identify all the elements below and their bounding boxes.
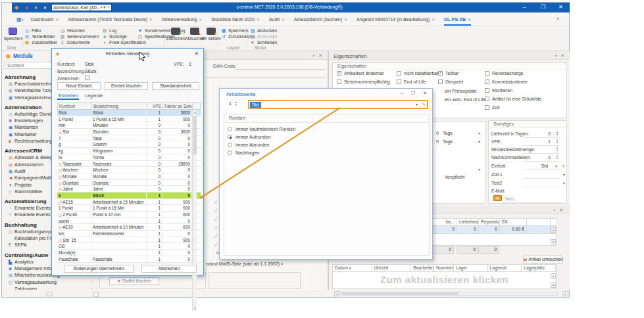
save-button[interactable]: Speichern [4, 28, 21, 41]
checkbox-artikel-ist-eine-stückliste[interactable]: Artikel ist eine Stückliste [485, 97, 541, 101]
kurztext-value[interactable]: Stck [85, 62, 94, 66]
scroll-corner[interactable] [93, 292, 99, 297]
field-mindestbestellmenge[interactable]: Mindestbestellmenge:▲▼ [491, 147, 565, 154]
standardeinheit-button[interactable]: Standardeinheit [152, 82, 199, 90]
tab-close-icon[interactable]: ✕ [344, 17, 347, 22]
table-row-min[interactable]: minMinuten00 [57, 122, 201, 129]
table-row-1-punkt[interactable]: 1 Punkt1 Punkt à 15 Min1900 [57, 116, 201, 123]
checkbox-icon[interactable] [485, 105, 489, 110]
stock-column-reparaturb[interactable]: Reparaturb... [479, 219, 500, 225]
spinner-icon[interactable]: ▲▼ [556, 131, 558, 136]
tab-close-icon[interactable]: ✕ [257, 17, 260, 22]
ean-field-underline[interactable] [235, 69, 325, 70]
tab-dashboard[interactable]: Dashboard✕ [31, 12, 59, 26]
checkbox-icon[interactable] [485, 71, 489, 76]
dokumente-button[interactable]: ▯Dokumente [60, 39, 90, 45]
zubuchen-button[interactable]: ▾Zubuchen [166, 28, 186, 41]
ek-setzen-button[interactable]: €EK setzen [201, 28, 221, 41]
table-row-ae10[interactable]: ◴AE10Arbeitseinheit à 10 Minuten1600 [57, 224, 201, 231]
tab-dl-ps-ae[interactable]: DL-PS-AE✕ [444, 12, 471, 26]
schließen-button[interactable]: ✕Schließen [250, 39, 277, 45]
favorite-star-icon[interactable]: ☆ [90, 286, 94, 290]
speichern-button[interactable]: ▦Speichern [221, 28, 249, 34]
history-column-lagerort[interactable]: Lagerort [488, 265, 522, 271]
vpe-value[interactable]: 1 [189, 62, 191, 66]
field-e-mail[interactable]: E-Mail: [491, 188, 565, 195]
abbrechen-button[interactable]: Abbrechen [141, 265, 197, 273]
column-header-bezeichnung[interactable]: Bezeichnung [92, 103, 147, 109]
tab-artikelverwaltung[interactable]: Artikelverwaltung✕ [162, 12, 202, 26]
checkbox-icon[interactable] [485, 88, 489, 93]
spinner-icon[interactable]: ▲▼ [556, 147, 558, 152]
fibu-button[interactable]: ◎FiBu [24, 28, 41, 34]
hscroll-track[interactable] [341, 292, 558, 296]
radio-icon[interactable] [228, 143, 232, 147]
einheiten-table-scrollbar[interactable]: ▴ ▾ [192, 110, 197, 311]
field-value[interactable]: Std [541, 164, 548, 168]
history-column-lagerplatz[interactable]: Lagerplatz [522, 265, 556, 271]
table-row-stck[interactable]: StckStück13600 [57, 110, 201, 116]
hscroll-left-icon[interactable]: ◂ [334, 291, 340, 296]
edit-slash-icon[interactable]: / [215, 225, 216, 231]
hscroll-right-icon[interactable]: ▸ [562, 291, 568, 296]
checkbox-kommissionieren[interactable]: Kommissionieren [485, 80, 528, 84]
table-row-1-punkt[interactable]: 1 Punkt1 Punkt à 15 Min1900 [57, 205, 201, 212]
table-row-g[interactable]: gGramm00 [57, 141, 201, 148]
tage-value[interactable]: 0 [436, 131, 439, 135]
maximize-icon[interactable]: ❐ [541, 5, 545, 10]
properties-pin-icon[interactable]: ▪ [555, 53, 557, 58]
table-row-jahre[interactable]: ◴JahreJahre00 [57, 186, 201, 193]
checkbox-nicht-rabattierbar[interactable]: nicht rabattierbar [397, 71, 439, 76]
tab-einheiten[interactable]: Einheiten [57, 93, 79, 100]
checkbox-montieren[interactable]: Montieren [485, 88, 512, 93]
mwst-dropdown-fragment[interactable]: ndard MwSt-Satz (satz ab 1.1.2007) ▾ [206, 261, 283, 266]
refresh-watermark[interactable]: Zum aktualisieren klicken [332, 274, 557, 285]
table-row-wochen[interactable]: ◴WochenWochen00 [57, 167, 201, 173]
einheit-loeschen-button[interactable]: Einheit löschen [105, 82, 148, 90]
edit-slash-icon[interactable]: / [215, 216, 216, 222]
radio-immer-kaufmännisch-runden[interactable]: immer kaufmännisch Runden [228, 127, 295, 131]
checkbox-icon[interactable] [337, 71, 341, 76]
table-row-tagessatz[interactable]: ◴TagessatzTagessatz028800 [57, 161, 201, 168]
checkbox-artikeltext-änderbar[interactable]: Artikeltext änderbar [337, 71, 384, 76]
abdocken-button[interactable]: ▨Abdocken [250, 28, 277, 34]
zusatzartikel-button[interactable]: ▦Zusatzartikel [24, 39, 57, 45]
checkbox-teilbar[interactable]: Teilbar [438, 71, 459, 76]
table-row-2-punkt[interactable]: ◴2 PunktPunkt à 10 min1600 [57, 212, 201, 218]
tab-audit[interactable]: Audit✕ [269, 12, 285, 26]
table-row-std[interactable]: ◴StdStunden03600 [57, 129, 201, 135]
notification-gray-icon[interactable]: ● [43, 5, 47, 11]
artikel-umbuchen-button[interactable]: ▤ Artikel umbuchen [523, 256, 562, 263]
history-column-uhrzeit[interactable]: Uhrzeit [372, 265, 412, 271]
combobox-edit-icon[interactable]: ✎ [422, 102, 426, 106]
bezeichnung-value[interactable]: Stück [85, 69, 97, 74]
unit-combobox[interactable]: Std ▾ ✎ [248, 100, 428, 109]
checkbox-reversecharge[interactable]: Reversecharge [485, 71, 523, 76]
panel-close-icon[interactable]: ✕ [318, 53, 322, 58]
user-selector[interactable]: Administrator, Karl (AD... ▾ ✚ ✎ ✕ [51, 4, 112, 11]
tab-close-icon[interactable]: ✕ [55, 17, 59, 22]
tab-angebot-9000714-in-bearbeitung[interactable]: Angebot #9000714 (in Bearbeitung)✕ [357, 12, 435, 26]
checkbox-gesperrt[interactable]: Gesperrt [438, 80, 463, 84]
radio-icon[interactable] [228, 135, 232, 139]
checkbox-icon[interactable] [438, 80, 443, 84]
historien-button[interactable]: ◷Historien [60, 28, 85, 34]
checkbox-icon[interactable] [397, 80, 401, 84]
checkbox-icon[interactable] [337, 80, 341, 84]
notification-red-icon[interactable]: ● [25, 5, 28, 11]
column-header-vpe[interactable]: VPE [147, 103, 163, 109]
tab-close-icon[interactable]: ✕ [282, 17, 285, 22]
table-row-x[interactable]: xStück10 [57, 193, 201, 199]
table-row-km[interactable]: kmFahrtenkilometer10 [57, 231, 201, 237]
table-row-t[interactable]: TTage00 [57, 135, 201, 142]
menu-icon[interactable]: ▦▾ [16, 16, 23, 22]
combobox-dropdown-icon[interactable]: ▾ [416, 102, 418, 106]
history-column-nummer[interactable]: Nummer [434, 265, 454, 271]
spinner-icon[interactable]: ▲▼ [556, 139, 558, 144]
tab-close-icon[interactable]: ✕ [199, 17, 202, 22]
dialog-close-icon[interactable]: ✕ [194, 51, 199, 57]
sidebar-scroll-piece[interactable] [46, 292, 53, 296]
edit-slash-icon[interactable]: / [215, 233, 216, 239]
tab-close-icon[interactable]: ✕ [432, 17, 435, 22]
zeiteinheit-checkbox[interactable] [85, 76, 92, 80]
